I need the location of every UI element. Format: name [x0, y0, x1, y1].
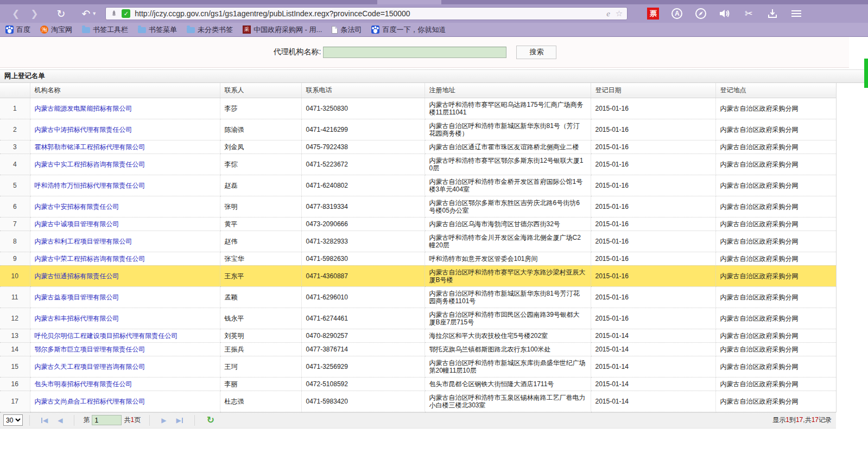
- table-row[interactable]: 17内蒙古文尚鼎合工程招标代理有限公司杜志强0471-5983420内蒙古自治区…: [0, 391, 836, 412]
- search-button[interactable]: 搜索: [516, 46, 556, 59]
- table-row[interactable]: 13呼伦贝尔明信工程建设项目招标代理有限责任公司刘英明0470-8290257海…: [0, 329, 836, 342]
- column-header[interactable]: 登记日期: [591, 83, 715, 98]
- edge-scroll-indicator[interactable]: [864, 59, 868, 88]
- contact-cell: 陈渝强: [220, 119, 301, 140]
- forward-icon[interactable]: ❯: [30, 9, 38, 18]
- table-row[interactable]: 15内蒙古久天工程项目管理咨询有限公司王珂0471-3256929内蒙古自治区呼…: [0, 356, 836, 377]
- org-name-cell: 内蒙古中诚项目管理有限公司: [30, 217, 220, 231]
- table-row[interactable]: 11内蒙古益泰项目管理有限公司孟颖0471-6296010内蒙古自治区呼和浩特市…: [0, 286, 836, 308]
- page-size-select[interactable]: 30: [3, 414, 23, 426]
- site-cell: 内蒙古自治区政府采购分网: [715, 265, 836, 286]
- bookmark-item[interactable]: 百度: [5, 25, 30, 35]
- org-name-cell: 内蒙古和利工程项目管理有限公司: [30, 231, 220, 252]
- circle-a-glyph: A: [671, 8, 682, 19]
- url-text[interactable]: http://jczy.ccgp.gov.cn/gs1/gs1agentreg/…: [135, 9, 606, 18]
- org-name-link[interactable]: 内蒙古中安招标有限责任公司: [35, 203, 119, 210]
- org-name-link[interactable]: 内蒙古和丰招标代理有限公司: [35, 315, 119, 322]
- table-row[interactable]: 5呼和浩特市万恒招标代理有限责任公司赵磊0471-6240802内蒙古自治区呼和…: [0, 175, 836, 196]
- circle-a-icon[interactable]: A: [669, 8, 685, 19]
- address-cell: 包头市昆都仑区钢铁大街恒隆大酒店1711号: [425, 377, 591, 391]
- last-page-button[interactable]: ▶: [176, 417, 182, 424]
- org-name-link[interactable]: 内蒙古中诚项目管理有限公司: [35, 220, 119, 228]
- column-header[interactable]: 登记地点: [715, 83, 836, 98]
- phone-cell: 0471-5223672: [301, 154, 425, 175]
- table-row[interactable]: 16包头市明泰招标代理有限责任公司李丽0472-5108592包头市昆都仑区钢铁…: [0, 377, 836, 391]
- phone-cell: 0471-4360887: [301, 265, 425, 286]
- site-cell: 内蒙古自治区政府采购分网: [715, 286, 836, 308]
- menu-icon[interactable]: [788, 10, 804, 17]
- org-name-cell: 霍林郭勒市铭泽工程招标代理有限公司: [30, 140, 220, 154]
- prev-page-button[interactable]: ◀: [58, 417, 62, 424]
- table-row[interactable]: 6内蒙古中安招标有限责任公司张明0477-8319334内蒙古自治区鄂尔多斯市东…: [0, 196, 836, 217]
- org-name-link[interactable]: 鄂尔多斯市巨立项目管理有限责任公司: [35, 346, 145, 353]
- bookmark-star-icon[interactable]: ☆: [616, 9, 623, 18]
- url-bar[interactable]: ✓ http://jczy.ccgp.gov.cn/gs1/gs1agentre…: [105, 7, 628, 20]
- pager-refresh-icon[interactable]: ↻: [207, 415, 214, 425]
- org-name-link[interactable]: 内蒙古中实工程招标咨询有限责任公司: [35, 161, 145, 168]
- back-icon[interactable]: ❮: [12, 9, 20, 18]
- phone-cell: 0471-4216299: [301, 119, 425, 140]
- bookmark-item[interactable]: 未分类书签: [187, 25, 233, 35]
- row-number-header[interactable]: [0, 83, 30, 98]
- active-tab[interactable]: [377, 0, 441, 4]
- scissors-icon[interactable]: ✂: [740, 9, 757, 18]
- tao-icon: 淘: [40, 25, 48, 34]
- table-row[interactable]: 9内蒙古中荣工程招标咨询有限责任公司张宝华0471-5982630呼和浩特市如意…: [0, 252, 836, 265]
- security-shield-icon[interactable]: ✓: [122, 9, 130, 18]
- table-row[interactable]: 7内蒙古中诚项目管理有限公司黄平0473-2090666内蒙古自治区乌海市海勃湾…: [0, 217, 836, 231]
- phone-cell: 0471-6296010: [301, 286, 425, 308]
- org-name-link[interactable]: 呼伦贝尔明信工程建设项目招标代理有限责任公司: [35, 332, 178, 340]
- table-row[interactable]: 1内蒙古能源发电聚能招标有限公司李莎0471-3250830内蒙古呼和浩特市赛罕…: [0, 98, 836, 119]
- org-name-link[interactable]: 霍林郭勒市铭泽工程招标代理有限公司: [35, 143, 145, 151]
- undo-button[interactable]: ↶ ▼: [81, 8, 97, 20]
- row-number-cell: 10: [0, 265, 30, 286]
- ie-view-icon[interactable]: e: [606, 9, 610, 18]
- bookmark-item[interactable]: 书签菜单: [138, 25, 177, 35]
- org-name-cell: 内蒙古中荣工程招标咨询有限责任公司: [30, 252, 220, 265]
- table-row[interactable]: 4内蒙古中实工程招标咨询有限责任公司李悰0471-5223672内蒙古呼和浩特市…: [0, 154, 836, 175]
- org-name-link[interactable]: 内蒙古中荣工程招标咨询有限责任公司: [35, 255, 145, 263]
- download-icon[interactable]: [764, 8, 781, 19]
- table-row[interactable]: 10内蒙古恒通招标有限责任公司王东平0471-4360887内蒙古自治区呼和浩特…: [0, 265, 836, 286]
- org-name-link[interactable]: 内蒙古能源发电聚能招标有限公司: [35, 105, 132, 112]
- table-row[interactable]: 8内蒙古和利工程项目管理有限公司赵伟0471-3282933内蒙古呼和浩特市金川…: [0, 231, 836, 252]
- ticket-extension-icon[interactable]: 票: [645, 8, 661, 20]
- bookmark-item[interactable]: 百度一下，你就知道: [371, 25, 446, 35]
- column-header[interactable]: 联系电话: [301, 83, 425, 98]
- column-header[interactable]: 机构名称: [30, 83, 220, 98]
- org-name-link[interactable]: 内蒙古文尚鼎合工程招标代理有限公司: [35, 398, 145, 405]
- bookmark-item[interactable]: 条法司: [332, 25, 362, 35]
- bookmark-item[interactable]: 淘淘宝网: [40, 25, 72, 35]
- table-row[interactable]: 14鄂尔多斯市巨立项目管理有限责任公司王振兵0477-3876714鄂托克旗乌兰…: [0, 342, 836, 356]
- page-number-input[interactable]: [92, 415, 122, 425]
- org-name-link[interactable]: 呼和浩特市万恒招标代理有限责任公司: [35, 182, 145, 189]
- org-name-link[interactable]: 内蒙古和利工程项目管理有限公司: [35, 238, 132, 245]
- org-name-link[interactable]: 包头市明泰招标代理有限责任公司: [35, 380, 132, 388]
- compass-icon[interactable]: [693, 8, 709, 20]
- first-page-button[interactable]: ◀: [41, 417, 48, 424]
- org-name-link[interactable]: 内蒙古益泰项目管理有限公司: [35, 293, 119, 301]
- reload-icon[interactable]: ↻: [57, 9, 66, 19]
- chevron-down-icon: ▼: [92, 11, 97, 16]
- contact-cell: 赵伟: [220, 231, 301, 252]
- org-name-link[interactable]: 内蒙古久天工程项目管理咨询有限公司: [35, 363, 145, 370]
- table-row[interactable]: 12内蒙古和丰招标代理有限公司钱永平0471-6274461内蒙古自治区呼和浩特…: [0, 308, 836, 329]
- site-cell: 内蒙古自治区政府采购分网: [715, 175, 836, 196]
- rocket-icon[interactable]: [110, 10, 118, 17]
- table-row[interactable]: 3霍林郭勒市铭泽工程招标代理有限公司刘金凤0475-7922438内蒙古自治区通…: [0, 140, 836, 154]
- bookmark-item[interactable]: 书签工具栏: [82, 25, 128, 35]
- bookmark-item[interactable]: 采中国政府采购网 - 用...: [243, 25, 322, 35]
- org-name-cell: 包头市明泰招标代理有限责任公司: [30, 377, 220, 391]
- site-cell: 内蒙古自治区政府采购分网: [715, 196, 836, 217]
- tab-strip: [0, 0, 868, 4]
- table-row[interactable]: 2内蒙古中涛招标代理有限责任公司陈渝强0471-4216299内蒙古自治区呼和浩…: [0, 119, 836, 140]
- column-header[interactable]: 注册地址: [425, 83, 591, 98]
- agency-name-input[interactable]: [323, 47, 506, 58]
- site-cell: 内蒙古自治区政府采购分网: [715, 377, 836, 391]
- next-page-button[interactable]: ▶: [161, 417, 166, 424]
- column-header[interactable]: 联系人: [220, 83, 301, 98]
- org-name-link[interactable]: 内蒙古中涛招标代理有限责任公司: [35, 126, 132, 133]
- speaker-icon[interactable]: [717, 8, 733, 19]
- address-cell: 内蒙古自治区乌海市海勃湾区甘德尔西街32号: [425, 217, 591, 231]
- org-name-link[interactable]: 内蒙古恒通招标有限责任公司: [35, 272, 119, 280]
